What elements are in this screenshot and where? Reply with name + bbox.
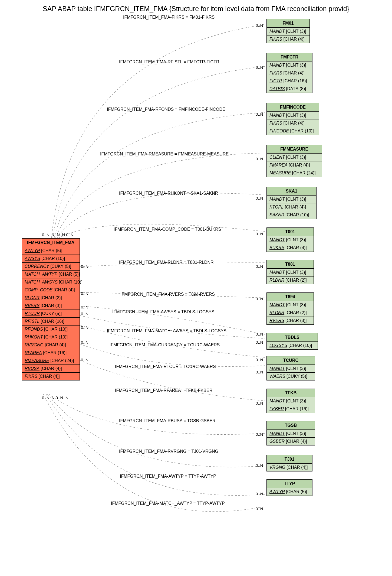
- table-row: RLDNR [CHAR (2)]: [267, 276, 314, 284]
- relation-label: IFMFGRCN_ITEM_FMA-COMP_CODE = T001-BUKRS: [114, 227, 221, 232]
- cardinality-label: 0..N: [81, 264, 88, 269]
- table-row: BUKRS [CHAR (4)]: [267, 244, 314, 252]
- table-row: RLDNR [CHAR (2)]: [22, 294, 80, 302]
- entity-header: FMFCTR: [267, 53, 312, 61]
- table-row: KTOPL [CHAR (4)]: [267, 203, 316, 211]
- relation-label: IFMFGRCN_ITEM_FMA-RLDNR = T881-RLDNR: [119, 260, 214, 265]
- diagram-title: SAP ABAP table IFMFGRCN_ITEM_FMA {Struct…: [0, 5, 392, 13]
- table-row: RFONDS [CHAR (10)]: [22, 326, 80, 333]
- table-row: AWTYP [CHAR (5)]: [267, 488, 312, 496]
- ref-entity-tfkb: TFKB MANDT [CLNT (3)] FKBER [CHAR (16)]: [266, 389, 315, 413]
- cardinality-label: 0..N: [256, 157, 263, 161]
- ref-entity-tgsb: TGSB MANDT [CLNT (3)] GSBER [CHAR (4)]: [266, 421, 315, 445]
- ref-entity-tj01: TJ01 VRGNG [CHAR (4)]: [266, 455, 312, 471]
- cardinality-label: 0..N: [256, 370, 263, 374]
- cardinality-label: 0..N: [256, 340, 263, 344]
- table-row: RMEASURE [CHAR (24)]: [22, 357, 80, 365]
- table-row: AWSYS [CHAR (10)]: [22, 255, 80, 263]
- cardinality-label: 0..N: [256, 332, 263, 336]
- cardinality-label: 0..N: [256, 401, 263, 405]
- table-row: RVERS [CHAR (3)]: [267, 317, 314, 324]
- cardinality-label: 0..N: [256, 357, 263, 362]
- relation-label: IFMFGRCN_ITEM_FMA-RMEASURE = FMMEASURE-M…: [100, 152, 229, 157]
- ref-entity-fmfctr: FMFCTR MANDT [CLNT (3)] FIKRS [CHAR (4)]…: [266, 53, 312, 93]
- relation-label: IFMFGRCN_ITEM_FMA-AWSYS = TBDLS-LOGSYS: [112, 310, 214, 314]
- table-row: VRGNG [CHAR (4)]: [267, 464, 312, 471]
- ref-entity-t001: T001 MANDT [CLNT (3)] BUKRS [CHAR (4)]: [266, 227, 314, 252]
- main-entity-table: IFMFGRCN_ITEM_FMA AWTYP [CHAR (5)] AWSYS…: [22, 238, 80, 380]
- table-row: FMAREA [CHAR (4)]: [267, 161, 322, 169]
- table-row: MATCH_AWSYS [CHAR (10)]: [22, 278, 80, 286]
- table-row: RTCUR [CUKY (5)]: [22, 310, 80, 318]
- ref-entity-tcurc: TCURC MANDT [CLNT (3)] WAERS [CUKY (5)]: [266, 356, 315, 380]
- table-row: FINCODE [CHAR (10)]: [267, 127, 319, 135]
- entity-header: T001: [267, 228, 314, 236]
- table-row: MANDT [CLNT (3)]: [267, 269, 314, 276]
- table-row: FICTR [CHAR (16)]: [267, 77, 312, 85]
- table-row: MEASURE [CHAR (24)]: [267, 169, 322, 177]
- cardinality-label: 0..N: [256, 297, 263, 301]
- table-row: MANDT [CLNT (3)]: [267, 301, 314, 309]
- table-row: LOGSYS [CHAR (10)]: [267, 342, 318, 349]
- cardinality-label: 0..N: [256, 492, 263, 496]
- table-row: FIKRS [CHAR (4)]: [267, 35, 309, 43]
- table-row: MANDT [CLNT (3)]: [267, 236, 314, 244]
- table-row: FIKRS [CHAR (4)]: [22, 373, 80, 380]
- table-row: GSBER [CHAR (4)]: [267, 438, 315, 445]
- table-row: COMP_CODE [CHAR (4)]: [22, 286, 80, 294]
- relation-label: IFMFGRCN_ITEM_FMA-RHKONT = SKA1-SAKNR: [119, 191, 218, 196]
- entity-header: FM01: [267, 19, 309, 28]
- relation-label: IFMFGRCN_ITEM_FMA-RFISTL = FMFCTR-FICTR: [119, 60, 219, 64]
- table-row: MANDT [CLNT (3)]: [267, 196, 316, 203]
- ref-entity-ttyp: TTYP AWTYP [CHAR (5)]: [266, 479, 312, 496]
- relation-label: IFMFGRCN_ITEM_FMA-RVERS = T894-RVERS: [120, 292, 215, 297]
- cardinality-label: 0..N: [256, 232, 263, 236]
- cardinality-label: 0..N..N..N..N 0..N: [42, 232, 74, 237]
- table-row: FIKRS [CHAR (4)]: [267, 69, 312, 77]
- relation-label: IFMFGRCN_ITEM_FMA-CURRENCY = TCURC-WAERS: [110, 343, 220, 347]
- cardinality-label: 0..N: [81, 291, 88, 296]
- entity-header: SKA1: [267, 187, 316, 196]
- table-row: RVERS [CHAR (3)]: [22, 302, 80, 310]
- ref-entity-tbdls: TBDLS LOGSYS [CHAR (10)]: [266, 333, 318, 350]
- cardinality-label: 0..N: [256, 463, 263, 468]
- table-row: MATCH_AWTYP [CHAR (5)]: [22, 271, 80, 278]
- cardinality-label: 0..N: [256, 65, 263, 70]
- table-row: RLDNR [CHAR (2)]: [267, 309, 314, 317]
- table-row: FKBER [CHAR (16)]: [267, 405, 315, 413]
- table-row: RVRGNG [CHAR (4)]: [22, 341, 80, 349]
- ref-entity-t894: T894 MANDT [CLNT (3)] RLDNR [CHAR (2)] R…: [266, 292, 314, 325]
- ref-entity-fmfincode: FMFINCODE MANDT [CLNT (3)] FIKRS [CHAR (…: [266, 103, 319, 135]
- table-row: RBUSA [CHAR (4)]: [22, 365, 80, 373]
- ref-entity-fmmeasure: FMMEASURE CLIENT [CLNT (3)] FMAREA [CHAR…: [266, 145, 322, 177]
- table-row: MANDT [CLNT (3)]: [267, 112, 319, 119]
- main-entity-name: IFMFGRCN_ITEM_FMA: [22, 239, 80, 247]
- table-row: SAKNR [CHAR (10)]: [267, 211, 316, 219]
- cardinality-label: 0..N: [256, 264, 263, 269]
- cardinality-label: 0..N: [81, 357, 88, 362]
- ref-entity-fm01: FM01 MANDT [CLNT (3)] FIKRS [CHAR (4)]: [266, 19, 310, 43]
- relation-label: IFMFGRCN_ITEM_FMA-MATCH_AWTYP = TTYP-AWT…: [111, 501, 225, 506]
- table-row: MANDT [CLNT (3)]: [267, 61, 312, 69]
- table-row: RFAREA [CHAR (16)]: [22, 349, 80, 357]
- relation-label: IFMFGRCN_ITEM_FMA-AWTYP = TTYP-AWTYP: [120, 474, 216, 479]
- entity-header: T894: [267, 293, 314, 301]
- relation-label: IFMFGRCN_ITEM_FMA-RBUSA = TGSB-GSBER: [119, 418, 216, 423]
- cardinality-label: 0..N: [81, 340, 88, 344]
- cardinality-label: 0..N: [256, 23, 263, 28]
- entity-header: TCURC: [267, 356, 315, 365]
- entity-header: FMMEASURE: [267, 145, 322, 154]
- entity-header: TBDLS: [267, 333, 318, 342]
- entity-header: T881: [267, 260, 314, 269]
- cardinality-label: 0..N: [81, 325, 88, 330]
- entity-header: FMFINCODE: [267, 103, 319, 112]
- ref-entity-ska1: SKA1 MANDT [CLNT (3)] KTOPL [CHAR (4)] S…: [266, 187, 317, 219]
- relation-label: IFMFGRCN_ITEM_FMA-RFAREA = TFKB-FKBER: [115, 388, 212, 393]
- ref-entity-t881: T881 MANDT [CLNT (3)] RLDNR [CHAR (2)]: [266, 260, 314, 284]
- relation-label: IFMFGRCN_ITEM_FMA-RTCUR = TCURC-WAERS: [115, 364, 216, 369]
- cardinality-label: 0..N: [256, 506, 263, 511]
- relation-label: IFMFGRCN_ITEM_FMA-MATCH_AWSYS = TBDLS-LO…: [107, 328, 226, 333]
- entity-header: TJ01: [267, 455, 312, 464]
- cardinality-label: 0..N: [81, 305, 88, 309]
- entity-header: TGSB: [267, 421, 315, 430]
